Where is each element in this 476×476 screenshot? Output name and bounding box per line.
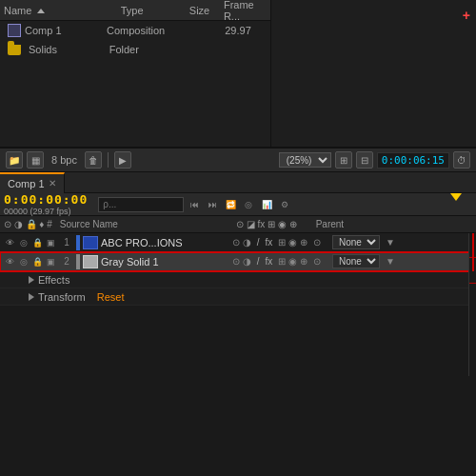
new-folder-btn[interactable]: 📁 (6, 151, 23, 169)
layer-1-color-bar (76, 235, 80, 250)
layer-2-controls: 👁 ◎ 🔒 ▣ (0, 255, 57, 268)
solids-name: Solids (29, 44, 109, 55)
bpc-indicator: 8 bpc (48, 154, 81, 166)
current-timecode[interactable]: 0:00:00:00 (4, 192, 88, 207)
transform-label-group: Transform Reset (29, 291, 124, 303)
layer-column-headers: ⊙ ◑ 🔒 ♦ # Source Name ⊙ ◪ fx ⊞ ◉ ⊕ Paren… (0, 216, 476, 233)
layers-area: 👁 ◎ 🔒 ▣ 1 ABC PRO...IONS ⊙ ◑ / fx ⊞ ◉ ⊕ … (0, 233, 476, 306)
layer-2-parent-arrow: ▼ (386, 256, 395, 267)
layer-row-2[interactable]: 👁 ◎ 🔒 ▣ 2 Gray Solid 1 ⊙ ◑ / fx ⊞ ◉ ⊕ ⊙ … (0, 252, 476, 271)
comp1-tab[interactable]: Comp 1 ✕ (0, 172, 65, 193)
new-comp-btn[interactable]: ▦ (27, 151, 44, 169)
comp1-framerate: 29.97 (225, 25, 270, 36)
delete-btn[interactable]: 🗑 (85, 151, 102, 169)
right-toolbar-group: (25%) ⊞ ⊟ 0:00:06:15 ⏱ (279, 151, 470, 169)
layer-1-thumb (83, 236, 98, 249)
layer-2-name: Gray Solid 1 (101, 256, 228, 268)
main-toolbar: 📁 ▦ 8 bpc 🗑 ▶ (25%) ⊞ ⊟ 0:00:06:15 ⏱ (0, 148, 476, 172)
layer-1-parent-icon: ⊙ (313, 236, 327, 249)
source-name-header: Source Name (60, 219, 118, 229)
viewer-panel: + (271, 0, 476, 148)
toolbar-sep-1 (108, 152, 109, 168)
layer-2-parent-select[interactable]: None (332, 254, 380, 268)
lh-right-group: ⊙ ◪ fx ⊞ ◉ ⊕ Parent (228, 219, 476, 229)
layer-1-visibility-btn[interactable]: 👁 (4, 236, 16, 249)
red-marker: + (463, 8, 470, 23)
comp1-name: Comp 1 (25, 25, 107, 36)
composition-icon (8, 24, 21, 37)
right-vertical-labels: I I (471, 252, 474, 288)
lh-left-group: ⊙ ◑ 🔒 ♦ # Source Name (0, 219, 228, 229)
col-frame-header[interactable]: Frame R... (224, 0, 267, 22)
comp1-type: Composition (107, 25, 188, 36)
layer-2-right: ⊙ ◑ / fx ⊞ ◉ ⊕ ⊙ None ▼ (228, 252, 476, 270)
effects-expand-icon[interactable] (29, 276, 34, 284)
layer-1-controls: 👁 ◎ 🔒 ▣ (0, 236, 57, 249)
layer-2-lock-btn[interactable]: 🔒 (31, 255, 44, 268)
timeline-controls: 0:00:00:00 00000 (29.97 fps) ⏮ ⏭ 🔁 ◎ 📊 ⚙ (0, 193, 476, 216)
next-keyframe-btn[interactable]: ⏭ (205, 197, 220, 212)
layer-2-left: 👁 ◎ 🔒 ▣ 2 Gray Solid 1 (0, 252, 228, 270)
layer-1-parent-select[interactable]: None (332, 235, 380, 249)
timecode-display[interactable]: 0:00:06:15 (377, 152, 449, 169)
layer-2-thumb (83, 255, 98, 268)
col-size-header[interactable]: Size (189, 5, 224, 16)
sort-arrow-icon (37, 9, 45, 13)
col-type-header[interactable]: Type (121, 5, 189, 16)
tab-close-btn[interactable]: ✕ (49, 178, 56, 188)
layer-search-input[interactable] (98, 197, 184, 212)
loop-btn[interactable]: 🔁 (223, 197, 238, 212)
project-item-comp1[interactable]: Comp 1 Composition 29.97 (0, 21, 270, 40)
layer-1-right: ⊙ ◑ / fx ⊞ ◉ ⊕ ⊙ None ▼ (228, 233, 476, 251)
layer-1-name: ABC PRO...IONS (101, 237, 228, 248)
layer-1-parent-arrow: ▼ (386, 237, 395, 248)
transform-sub-row[interactable]: Transform Reset (0, 288, 476, 306)
play-btn[interactable]: ▶ (114, 151, 131, 169)
layer-1-fx-btn[interactable]: fx (266, 237, 273, 248)
project-column-headers: Name Type Size Frame R... (0, 0, 270, 21)
layer-1-color-btn[interactable]: ▣ (46, 236, 58, 249)
layer-2-audio-btn[interactable]: ◎ (18, 255, 30, 268)
parent-col-header: Parent (316, 219, 344, 229)
effects-label-group: Effects (29, 274, 69, 286)
effects-sub-row[interactable]: Effects (0, 271, 476, 288)
layer-1-lock-btn[interactable]: 🔒 (31, 236, 44, 249)
layer-2-color-bar (76, 254, 80, 269)
solo-btn[interactable]: ⚙ (277, 197, 292, 212)
transform-label: Transform (38, 291, 86, 303)
layer-2-fx-btn[interactable]: fx (266, 256, 273, 267)
timecode-group: 0:00:00:00 00000 (29.97 fps) (4, 192, 88, 216)
fit-btn[interactable]: ⊞ (335, 151, 352, 169)
zoom-select[interactable]: (25%) (279, 152, 331, 168)
transform-reset-btn[interactable]: Reset (97, 291, 125, 303)
layer-1-audio-btn[interactable]: ◎ (18, 236, 30, 249)
layer-1-num: 1 (57, 237, 76, 248)
project-panel: Name Type Size Frame R... Comp 1 Composi… (0, 0, 271, 148)
playhead-triangle (450, 193, 462, 201)
project-item-solids[interactable]: Solids Folder (0, 40, 270, 59)
graph-btn[interactable]: 📊 (259, 197, 274, 212)
layer-2-color-btn[interactable]: ▣ (46, 255, 58, 268)
layer-2-parent-icon: ⊙ (313, 255, 327, 268)
layer-2-visibility-btn[interactable]: 👁 (4, 255, 16, 268)
grid-btn[interactable]: ⊟ (356, 151, 373, 169)
fps-label: 00000 (29.97 fps) (4, 207, 88, 216)
right-marker-2: I (467, 282, 476, 285)
col-name-header[interactable]: Name (4, 5, 107, 16)
prev-keyframe-btn[interactable]: ⏮ (187, 197, 202, 212)
effects-label: Effects (38, 274, 69, 286)
layer-row-1[interactable]: 👁 ◎ 🔒 ▣ 1 ABC PRO...IONS ⊙ ◑ / fx ⊞ ◉ ⊕ … (0, 233, 476, 252)
comp-tab-bar: Comp 1 ✕ (0, 172, 476, 193)
folder-icon (8, 45, 21, 55)
transform-expand-icon[interactable] (29, 293, 34, 301)
layer-1-left: 👁 ◎ 🔒 ▣ 1 ABC PRO...IONS (0, 233, 228, 251)
timecode-btn[interactable]: ⏱ (453, 151, 470, 169)
motion-blur-btn[interactable]: ◎ (241, 197, 256, 212)
comp1-tab-label: Comp 1 (8, 178, 45, 189)
right-marker-1: I (467, 256, 476, 259)
layer-2-num: 2 (57, 256, 76, 267)
solids-type: Folder (109, 44, 190, 55)
